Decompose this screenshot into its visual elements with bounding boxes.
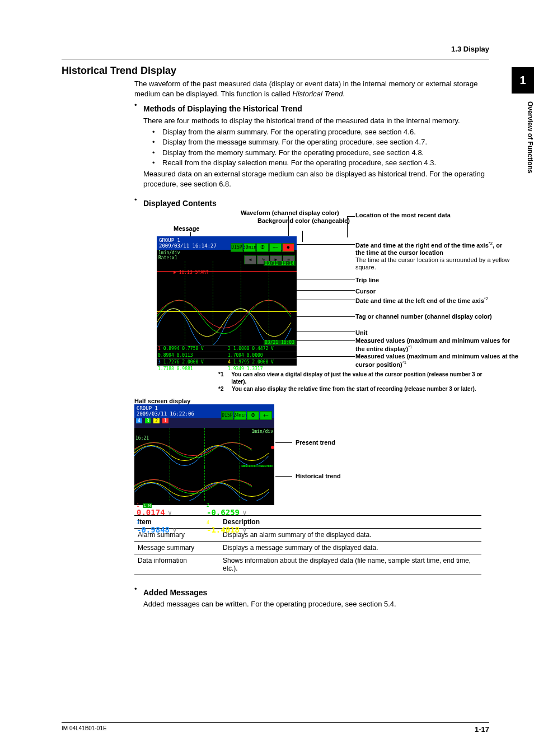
value-2: -0.6259 (207, 508, 240, 517)
chapter-tab: 1 (512, 67, 534, 94)
label-dt-right: Date and time at the right end of the ti… (355, 241, 512, 271)
methods-heading: Methods of Displaying the Historical Tre… (143, 104, 302, 115)
methods-item: Display from the alarm summary. For the … (162, 127, 416, 137)
bullet-icon: • (134, 195, 143, 209)
label-historical-trend: Historical trend (296, 473, 341, 479)
methods-item: Display from the message summary. For th… (162, 137, 427, 147)
datetime-label: 2009/03/11 16:14:27 (159, 243, 217, 249)
label-present-trend: Present trend (296, 439, 335, 446)
table-row: Message summary Displays a message summa… (134, 541, 481, 554)
waveform-plot (157, 261, 297, 345)
label-waveform: Waveform (channel display color) (241, 209, 339, 217)
zoom-icon[interactable]: +− (260, 411, 272, 420)
label-background: Background color (changeable) (257, 217, 350, 225)
footnote-key: *1 (218, 371, 231, 385)
fit-icon[interactable]: ⦿ (256, 243, 269, 252)
section-header: 1.3 Display (62, 45, 489, 53)
label-cursor: Cursor (355, 288, 376, 295)
footnote-key: *2 (218, 385, 232, 393)
leader-line (302, 231, 303, 242)
timediv-button[interactable]: 30min (243, 243, 256, 252)
leader-line (297, 340, 355, 341)
group-label: GROUP 1 (159, 237, 180, 243)
value-3: -0.9848 (137, 525, 170, 534)
label-message: Message (174, 225, 199, 232)
leader-line (297, 332, 355, 332)
list-dot-icon: • (152, 127, 162, 137)
table-cell-desc: Shows information about the displayed da… (219, 554, 481, 575)
value-1: 0.0174 (137, 508, 165, 517)
displayed-heading: Displayed Contents (143, 198, 217, 209)
leader-line (297, 244, 355, 245)
record-icon[interactable]: ● (282, 243, 294, 252)
disp-button[interactable]: DISP (221, 411, 233, 420)
list-dot-icon: • (152, 148, 162, 158)
methods-tail: Measured data on an external storage med… (143, 169, 489, 189)
methods-intro: There are four methods to display the hi… (143, 116, 489, 126)
leader-line (297, 356, 355, 357)
chapter-side-label: Overview of Functions (512, 98, 534, 174)
left-timestamp: 03/21 16:03 (264, 340, 296, 345)
present-marker-icon (271, 446, 274, 449)
footnote-text: You can also view a digital display of j… (231, 371, 489, 385)
footer-page-number: 1-17 (475, 725, 489, 734)
label-mv-entire: Measured values (maximum and minimum val… (355, 337, 518, 353)
rate-label: Rate:x1 (158, 255, 177, 260)
half-screen-screenshot: GROUP 1 2009/03/11 16:22:06 DISP 24min ⦿… (134, 404, 274, 505)
intro-paragraph: The waveform of the past measured data (… (134, 79, 489, 209)
leader-line (288, 216, 289, 236)
leader-line (297, 279, 355, 279)
leader-line (275, 476, 292, 477)
list-dot-icon: • (152, 137, 162, 147)
datetime-label: 2009/03/11 16:22:06 (137, 411, 194, 417)
footer-doc-id: IM 04L41B01-01E (62, 725, 107, 734)
leader-line (275, 442, 292, 443)
present-waveform (134, 428, 274, 467)
added-heading: Added Messages (143, 587, 207, 599)
bullet-icon: • (134, 584, 143, 599)
table-cell-desc: Displays a message summary of the displa… (219, 541, 481, 554)
leader-line (297, 290, 355, 291)
list-dot-icon: • (152, 158, 162, 168)
page-title: Historical Trend Display (62, 65, 489, 77)
historical-waveform (134, 467, 274, 501)
rate-label: 1min/div (158, 250, 180, 255)
header-rule (62, 59, 489, 59)
table-cell-item: Message summary (134, 541, 219, 554)
added-body: Added messages can be written. For the o… (143, 599, 489, 609)
fit-icon[interactable]: ⦿ (247, 411, 259, 420)
label-location: Location of the most recent data (355, 212, 451, 219)
leader-line (297, 300, 355, 300)
disp-button[interactable]: DISP (231, 243, 243, 252)
table-row: Data information Shows information about… (134, 554, 481, 575)
methods-item: Display from the memory summary. For the… (162, 148, 424, 158)
bullet-icon: • (134, 100, 143, 115)
label-mv-cursor: Measured values (maximum and minimum val… (355, 353, 523, 368)
timediv-button[interactable]: 24min (234, 411, 246, 420)
historical-trend-screenshot: GROUP 1 2009/03/11 16:14:27 DISP 30min ⦿… (157, 236, 297, 365)
intro-em: Historical Trend (292, 90, 343, 98)
group-label: GROUP 1 (137, 405, 158, 411)
half-screen-label: Half screen display (134, 398, 489, 404)
leader-line (347, 216, 348, 237)
label-trip: Trip line (355, 277, 379, 284)
label-tag: Tag or channel number (channel display c… (355, 313, 507, 320)
value-4: -1.4018 (207, 525, 240, 534)
label-unit: Unit (355, 329, 367, 337)
label-dt-left: Date and time at the left end of the tim… (355, 296, 507, 305)
footnote-text: You can also display the relative time f… (232, 385, 476, 393)
intro-end: . (343, 90, 345, 98)
methods-item: Recall from the display selection menu. … (162, 158, 436, 168)
zoom-icon[interactable]: +− (269, 243, 282, 252)
table-cell-item: Data information (134, 554, 219, 575)
leader-line (297, 316, 355, 317)
leader-line (347, 216, 355, 217)
